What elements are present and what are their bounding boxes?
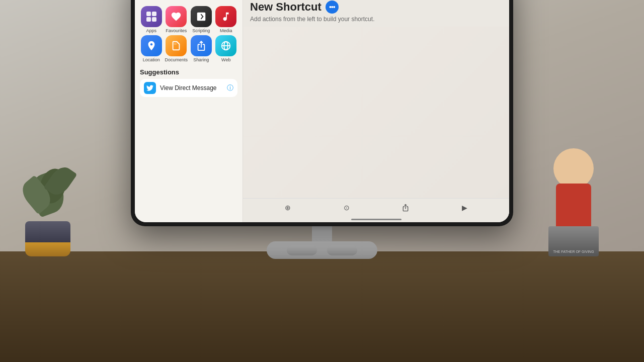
- sharing-icon: [191, 35, 212, 56]
- scripting-label: Scripting: [192, 28, 210, 33]
- svg-rect-0: [146, 12, 151, 16]
- web-label: Web: [221, 57, 230, 62]
- suggestions-section: Suggestions View Direct Message ⓘ: [135, 64, 243, 99]
- background-scene: THE FATHER OF GIVING ◀ Search 16:12 Fri …: [0, 0, 644, 362]
- more-dots-icon: •••: [329, 4, 335, 11]
- bottom-toolbar: ⊕ ⊙ ▶: [243, 198, 509, 216]
- bobblehead-decoration: THE FATHER OF GIVING: [543, 156, 604, 256]
- documents-icon: [166, 35, 187, 56]
- sidebar-item-media[interactable]: Media: [215, 6, 237, 33]
- info-icon[interactable]: ⓘ: [227, 83, 233, 93]
- media-icon: [215, 6, 236, 27]
- editor-subtitle: Add actions from the left to build your …: [243, 15, 509, 27]
- apps-icon: [141, 6, 162, 27]
- suggestion-text: View Direct Message: [160, 84, 223, 92]
- ipad-device: ◀ Search 16:12 Fri 29 Nov ▲ 63%: [131, 0, 513, 226]
- play-button[interactable]: ▶: [457, 201, 471, 215]
- home-indicator: [243, 216, 509, 222]
- editor-canvas[interactable]: [243, 27, 509, 198]
- suggestions-title: Suggestions: [140, 68, 237, 76]
- sidebar-item-documents[interactable]: Documents: [165, 35, 188, 62]
- scripting-icon: [191, 6, 212, 27]
- twitter-icon: [144, 82, 156, 94]
- svg-rect-1: [152, 12, 156, 16]
- more-options-button[interactable]: •••: [326, 1, 339, 14]
- plant-decoration: [15, 166, 80, 256]
- sidebar-item-web[interactable]: Web: [215, 35, 237, 62]
- desk-surface: [0, 251, 644, 362]
- add-button[interactable]: ⊕: [281, 201, 295, 215]
- favourites-label: Favourites: [166, 28, 187, 33]
- sidebar-item-scripting[interactable]: Scripting: [190, 6, 212, 33]
- location-icon: [141, 35, 162, 56]
- documents-label: Documents: [165, 57, 188, 62]
- media-label: Media: [220, 28, 232, 33]
- share-button[interactable]: [398, 201, 413, 215]
- editor-panel: Cancel Next New Shortcut ••• Add actions…: [243, 0, 509, 222]
- web-icon: [215, 35, 236, 56]
- ipad-screen: ◀ Search 16:12 Fri 29 Nov ▲ 63%: [135, 0, 509, 222]
- svg-rect-2: [146, 17, 151, 22]
- settings-button[interactable]: ⊙: [340, 201, 354, 215]
- svg-rect-3: [152, 17, 156, 22]
- favourites-icon: [166, 6, 187, 27]
- location-label: Location: [143, 57, 160, 62]
- home-bar: [351, 219, 401, 220]
- categories-grid: Apps Favourites: [135, 4, 243, 64]
- sharing-label: Sharing: [193, 57, 209, 62]
- sidebar-item-apps[interactable]: Apps: [140, 6, 163, 33]
- sidebar-panel: 🔍 Search for apps and actions: [135, 0, 243, 222]
- sidebar-item-sharing[interactable]: Sharing: [190, 35, 212, 62]
- sidebar-item-favourites[interactable]: Favourites: [165, 6, 188, 33]
- sidebar-item-location[interactable]: Location: [140, 35, 163, 62]
- suggestion-view-dm[interactable]: View Direct Message ⓘ: [140, 79, 237, 97]
- editor-title-row: New Shortcut •••: [243, 0, 509, 15]
- apps-label: Apps: [146, 28, 156, 33]
- shortcut-title[interactable]: New Shortcut: [250, 1, 321, 14]
- main-content: 🔍 Search for apps and actions: [135, 0, 509, 222]
